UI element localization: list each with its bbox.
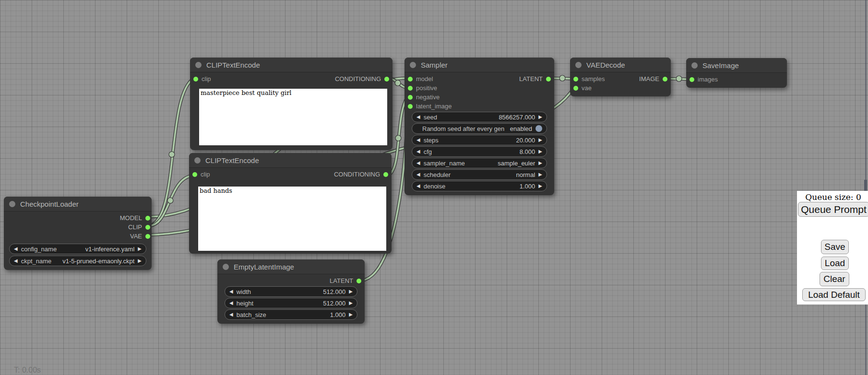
port-images-input[interactable] (690, 77, 694, 82)
node-titlebar[interactable]: CheckpointLoader (4, 197, 152, 211)
node-collapse-dot-icon[interactable] (575, 62, 582, 68)
node-collapse-dot-icon[interactable] (691, 62, 698, 69)
node-vae-decode[interactable]: VAEDecode samples IMAGE vae (570, 58, 671, 96)
arrow-right-icon[interactable]: ▶ (538, 115, 542, 119)
widget-scheduler[interactable]: ◀ scheduler normal ▶ (412, 169, 547, 180)
arrow-right-icon[interactable]: ▶ (138, 258, 142, 263)
node-titlebar[interactable]: Sampler (404, 58, 554, 72)
arrow-left-icon[interactable]: ◀ (229, 312, 233, 317)
slot-row: model LATENT (404, 74, 554, 83)
node-save-image[interactable]: SaveImage images (686, 58, 787, 88)
toggle-dot-icon[interactable] (535, 125, 542, 132)
arrow-right-icon[interactable]: ▶ (138, 246, 142, 251)
port-latent-image-input[interactable] (408, 104, 413, 109)
arrow-right-icon[interactable]: ▶ (538, 149, 542, 154)
load-default-button[interactable]: Load Default (802, 288, 866, 301)
port-vae-output[interactable] (145, 234, 150, 239)
node-collapse-dot-icon[interactable] (195, 62, 202, 68)
widget-denoise[interactable]: ◀ denoise 1.000 ▶ (412, 181, 547, 191)
port-conditioning-output[interactable] (384, 77, 389, 82)
arrow-left-icon[interactable]: ◀ (416, 161, 420, 165)
node-titlebar[interactable]: SaveImage (686, 58, 787, 73)
node-title-text: Sampler (421, 61, 448, 69)
node-clip-text-encode-positive[interactable]: CLIPTextEncode clip CONDITIONING masterp… (190, 58, 392, 150)
node-empty-latent-image[interactable]: EmptyLatentImage LATENT ◀ width 512.000 … (217, 259, 365, 324)
port-positive-input[interactable] (408, 86, 413, 91)
port-latent-output[interactable] (546, 77, 551, 82)
arrow-right-icon[interactable]: ▶ (538, 161, 542, 165)
arrow-right-icon[interactable]: ▶ (349, 289, 353, 294)
arrow-right-icon[interactable]: ▶ (349, 301, 353, 305)
clear-button[interactable]: Clear (820, 272, 849, 286)
arrow-right-icon[interactable]: ▶ (538, 138, 542, 142)
node-checkpoint-loader[interactable]: CheckpointLoader MODEL CLIP VAE ◀ config… (4, 197, 152, 270)
arrow-left-icon[interactable]: ◀ (416, 149, 420, 154)
widget-cfg[interactable]: ◀ cfg 8.000 ▶ (412, 146, 547, 157)
output-label-clip: CLIP (128, 223, 142, 231)
scrollbar-thumb[interactable] (864, 180, 867, 191)
widget-random-seed-toggle[interactable]: Random seed after every gen enabled (412, 123, 547, 134)
port-image-output[interactable] (663, 77, 667, 82)
widget-value: sample_euler (479, 160, 535, 167)
slot-row: clip CONDITIONING (189, 170, 392, 179)
save-button[interactable]: Save (821, 240, 849, 254)
output-row-vae: VAE (4, 232, 152, 241)
widget-height[interactable]: ◀ height 512.000 ▶ (225, 298, 357, 308)
arrow-left-icon[interactable]: ◀ (229, 289, 233, 294)
widget-ckpt-name[interactable]: ◀ ckpt_name v1-5-pruned-emaonly.ckpt ▶ (9, 256, 146, 266)
node-sampler[interactable]: Sampler model LATENT positive negative l… (404, 58, 554, 195)
widget-config-name[interactable]: ◀ config_name v1-inference.yaml ▶ (9, 244, 146, 254)
positive-prompt-textarea[interactable]: masterpiece best quality girl (199, 89, 387, 145)
node-titlebar[interactable]: VAEDecode (570, 58, 671, 72)
arrow-right-icon[interactable]: ▶ (538, 172, 542, 177)
port-negative-input[interactable] (408, 95, 413, 100)
node-titlebar[interactable]: EmptyLatentImage (217, 259, 365, 274)
arrow-left-icon[interactable]: ◀ (14, 246, 18, 251)
widget-steps[interactable]: ◀ steps 20.000 ▶ (412, 135, 547, 145)
output-row-clip: CLIP (4, 223, 152, 232)
widget-batch-size[interactable]: ◀ batch_size 1.000 ▶ (225, 309, 357, 320)
widget-width[interactable]: ◀ width 512.000 ▶ (225, 286, 357, 297)
widget-value: 8.000 (479, 148, 535, 155)
slot-row: negative (404, 93, 554, 102)
node-titlebar[interactable]: CLIPTextEncode (189, 153, 392, 168)
arrow-right-icon[interactable]: ▶ (349, 312, 353, 317)
node-collapse-dot-icon[interactable] (223, 264, 229, 270)
node-collapse-dot-icon[interactable] (194, 157, 201, 164)
node-titlebar[interactable]: CLIPTextEncode (190, 58, 392, 72)
slot-row: clip CONDITIONING (190, 74, 392, 83)
widget-seed[interactable]: ◀ seed 8566257.000 ▶ (412, 112, 547, 122)
output-label-model: MODEL (120, 214, 142, 222)
port-latent-output[interactable] (357, 279, 361, 283)
port-clip-input[interactable] (193, 77, 198, 82)
input-label-vae: vae (582, 84, 592, 92)
node-collapse-dot-icon[interactable] (410, 62, 416, 68)
node-clip-text-encode-negative[interactable]: CLIPTextEncode clip CONDITIONING bad han… (189, 153, 392, 254)
arrow-left-icon[interactable]: ◀ (416, 172, 420, 177)
load-button[interactable]: Load (821, 257, 849, 270)
arrow-left-icon[interactable]: ◀ (14, 258, 18, 263)
port-clip-input[interactable] (192, 172, 197, 177)
output-label-image: IMAGE (639, 75, 659, 82)
port-samples-input[interactable] (573, 77, 578, 82)
slot-row: samples IMAGE (570, 74, 671, 83)
widget-sampler-name[interactable]: ◀ sampler_name sample_euler ▶ (412, 158, 547, 168)
input-label-model: model (416, 75, 433, 82)
port-clip-output[interactable] (145, 225, 150, 230)
port-vae-input[interactable] (573, 86, 578, 91)
output-row-model: MODEL (4, 213, 152, 223)
negative-prompt-textarea[interactable]: bad hands (198, 187, 386, 251)
arrow-left-icon[interactable]: ◀ (416, 184, 420, 188)
arrow-right-icon[interactable]: ▶ (538, 184, 542, 188)
widget-label: scheduler (424, 171, 479, 178)
queue-prompt-button[interactable]: Queue Prompt (798, 202, 868, 217)
node-collapse-dot-icon[interactable] (9, 201, 15, 207)
input-label-positive: positive (416, 84, 437, 92)
arrow-left-icon[interactable]: ◀ (416, 115, 420, 119)
arrow-left-icon[interactable]: ◀ (229, 301, 233, 305)
port-conditioning-output[interactable] (383, 172, 388, 177)
port-model-input[interactable] (408, 77, 413, 82)
arrow-left-icon[interactable]: ◀ (416, 138, 420, 142)
port-model-output[interactable] (145, 216, 150, 221)
widget-label: denoise (424, 183, 479, 190)
